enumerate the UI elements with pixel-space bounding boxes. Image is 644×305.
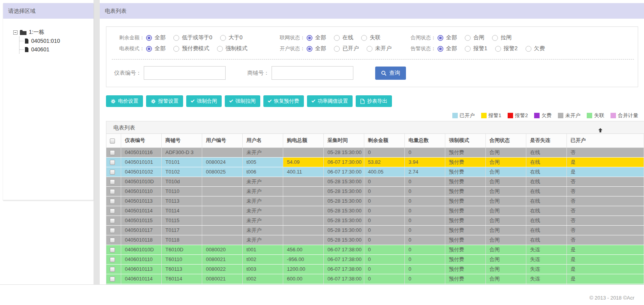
tree-node[interactable]: 040601 bbox=[19, 45, 94, 54]
row-checkbox[interactable] bbox=[110, 247, 115, 252]
row-checkbox[interactable] bbox=[110, 238, 115, 243]
radio-option[interactable]: 报警1 bbox=[465, 45, 487, 52]
action-button[interactable]: 恢复预付费 bbox=[263, 95, 304, 107]
action-button[interactable]: 强制合闸 bbox=[186, 95, 222, 107]
area-tree: 1:一栋 040501:010040601 bbox=[3, 19, 94, 54]
table-cell: 是 bbox=[566, 245, 644, 254]
radio-icon[interactable] bbox=[438, 35, 443, 41]
radio-option[interactable]: 拉闸 bbox=[492, 34, 512, 41]
radio-option[interactable]: 大于0 bbox=[220, 34, 243, 41]
radio-option[interactable]: 全部 bbox=[307, 45, 326, 52]
tree-node[interactable]: 040501:010 bbox=[19, 37, 94, 45]
table-cell: t001 bbox=[242, 245, 283, 254]
table-cell: 0080025 bbox=[202, 167, 242, 177]
radio-icon[interactable] bbox=[146, 35, 152, 41]
row-checkbox[interactable] bbox=[110, 209, 115, 214]
table-cell: 456.00 bbox=[283, 245, 323, 254]
table-cell: 否 bbox=[566, 196, 644, 206]
gear-icon bbox=[151, 99, 156, 104]
shop-number-label: 商铺号： bbox=[247, 70, 269, 77]
action-button[interactable]: 电价设置 bbox=[106, 95, 143, 107]
filter-panel: 剩余金额：全部低于或等于0大于0联网状态：全部在线失联合闸状态：全部合闸拉闸电表… bbox=[106, 26, 638, 87]
action-button[interactable]: 功率阈值设置 bbox=[307, 95, 353, 107]
filter-group: 合闸状态：全部合闸拉闸 bbox=[402, 34, 519, 41]
table-cell: 0 bbox=[404, 196, 445, 206]
table-cell: 0 bbox=[364, 274, 404, 284]
radio-option[interactable]: 全部 bbox=[146, 34, 166, 41]
table-cell: 0080022 bbox=[202, 264, 242, 274]
radio-option[interactable]: 全部 bbox=[146, 45, 166, 52]
radio-icon[interactable] bbox=[526, 46, 531, 52]
radio-icon[interactable] bbox=[492, 35, 498, 41]
legend-item: 失联 bbox=[587, 112, 604, 119]
table-cell: 0 bbox=[404, 186, 445, 196]
row-checkbox[interactable] bbox=[110, 228, 115, 233]
table-cell: 合闸 bbox=[485, 235, 526, 245]
row-select-cell bbox=[106, 167, 121, 177]
radio-option[interactable]: 合闸 bbox=[465, 34, 484, 41]
table-cell: 0 bbox=[364, 196, 404, 206]
row-checkbox[interactable] bbox=[110, 218, 115, 223]
row-checkbox[interactable] bbox=[110, 267, 115, 272]
meter-number-input[interactable] bbox=[144, 66, 226, 80]
table-cell bbox=[202, 196, 242, 206]
radio-option-label: 全部 bbox=[315, 34, 326, 41]
table-cell: 合闸 bbox=[485, 225, 526, 235]
radio-icon[interactable] bbox=[146, 46, 152, 52]
radio-icon[interactable] bbox=[217, 46, 223, 52]
radio-icon[interactable] bbox=[495, 46, 501, 52]
row-checkbox[interactable] bbox=[110, 257, 115, 262]
table-row: 0405010110T0110未开户05-28 15:30:0000预付费合闸在… bbox=[106, 186, 644, 196]
row-checkbox[interactable] bbox=[110, 179, 115, 184]
table-cell: 0 bbox=[364, 147, 404, 157]
radio-option[interactable]: 失联 bbox=[361, 34, 381, 41]
radio-icon[interactable] bbox=[334, 46, 340, 52]
action-button[interactable]: 强制拉闸 bbox=[225, 95, 260, 107]
row-checkbox[interactable] bbox=[110, 150, 115, 155]
row-checkbox[interactable] bbox=[110, 170, 115, 175]
select-all-checkbox[interactable] bbox=[110, 138, 115, 144]
radio-icon[interactable] bbox=[307, 46, 312, 52]
table-cell: 05-28 15:30:00 bbox=[323, 196, 364, 206]
row-checkbox[interactable] bbox=[110, 189, 115, 194]
radio-option[interactable]: 低于或等于0 bbox=[173, 34, 212, 41]
radio-option[interactable]: 未开户 bbox=[367, 45, 392, 52]
table-cell: 在线 bbox=[526, 225, 566, 235]
radio-icon[interactable] bbox=[334, 35, 340, 41]
query-button[interactable]: 查询 bbox=[375, 67, 406, 80]
radio-option[interactable]: 在线 bbox=[334, 34, 353, 41]
row-checkbox[interactable] bbox=[110, 199, 115, 204]
query-button-label: 查询 bbox=[389, 70, 400, 77]
table-cell: 未开户 bbox=[242, 216, 283, 225]
radio-option[interactable]: 预付费模式 bbox=[173, 45, 209, 52]
radio-option[interactable]: 全部 bbox=[307, 34, 326, 41]
action-button[interactable]: 报警设置 bbox=[146, 95, 183, 107]
row-select-cell bbox=[106, 157, 121, 167]
table-cell: 否 bbox=[566, 206, 644, 216]
radio-icon[interactable] bbox=[361, 35, 367, 41]
radio-icon[interactable] bbox=[367, 46, 372, 52]
table-cell: 05-28 15:30:00 bbox=[323, 216, 364, 225]
radio-icon[interactable] bbox=[465, 46, 471, 52]
row-checkbox[interactable] bbox=[110, 160, 115, 165]
radio-icon[interactable] bbox=[307, 35, 312, 41]
radio-icon[interactable] bbox=[438, 46, 443, 52]
radio-option[interactable]: 全部 bbox=[438, 34, 457, 41]
radio-option[interactable]: 全部 bbox=[438, 45, 457, 52]
table-cell: 06-07 17:38:00 bbox=[323, 254, 364, 264]
tree-collapse-icon[interactable] bbox=[13, 30, 18, 35]
tree-node-root[interactable]: 1:一栋 bbox=[13, 29, 94, 36]
radio-icon[interactable] bbox=[220, 35, 226, 41]
radio-icon[interactable] bbox=[465, 35, 471, 41]
table-cell bbox=[283, 216, 323, 225]
radio-option[interactable]: 已开户 bbox=[334, 45, 359, 52]
radio-option[interactable]: 欠费 bbox=[526, 45, 545, 52]
shop-number-input[interactable] bbox=[272, 66, 353, 80]
radio-option[interactable]: 报警2 bbox=[495, 45, 518, 52]
radio-icon[interactable] bbox=[173, 46, 179, 52]
radio-icon[interactable] bbox=[173, 35, 179, 41]
row-checkbox[interactable] bbox=[110, 277, 115, 282]
action-button[interactable]: 抄表导出 bbox=[356, 95, 392, 107]
radio-option[interactable]: 强制模式 bbox=[217, 45, 247, 52]
collapse-up-icon[interactable] bbox=[598, 125, 603, 137]
